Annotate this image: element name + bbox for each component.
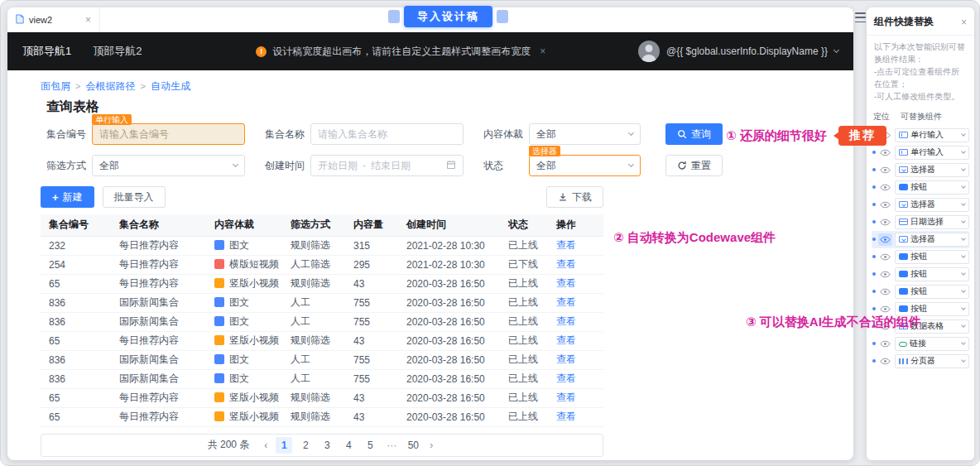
component-type-select[interactable]: 单行输入 [895, 128, 969, 142]
search-button[interactable]: 查询 [665, 123, 723, 145]
breadcrumb-item-3[interactable]: 自动生成 [151, 80, 190, 92]
tab-close-icon[interactable]: × [85, 14, 91, 26]
component-type-select[interactable]: 按钮 [895, 285, 969, 299]
badge-side-chip [497, 10, 508, 23]
genre-select[interactable]: 全部 [529, 123, 641, 145]
component-type-select[interactable]: 按钮 [895, 302, 969, 316]
query-form: 查询表格 单行输入 集合编号 集合名称 内容体裁 全部 [46, 98, 820, 176]
component-type-select[interactable]: 日期选择 [895, 215, 969, 229]
cell-amount: 43 [345, 407, 398, 426]
cell-collection-name: 每日推荐内容 [111, 407, 206, 426]
component-type-select[interactable]: 单行输入 [895, 146, 969, 160]
view-link[interactable]: 查看 [556, 258, 576, 270]
component-type-select[interactable]: 按钮 [895, 267, 969, 281]
table-row: 836国际新闻集合图文人工7552020-03-28 16:50已上线查看 [41, 369, 603, 388]
view-link[interactable]: 查看 [556, 353, 576, 365]
cell-action: 查看 [548, 331, 603, 350]
replaceable-component-item: 选择器 [872, 161, 969, 179]
page-number[interactable]: 1 [276, 437, 292, 454]
page-number[interactable]: 3 [319, 437, 335, 454]
query-form-row-2: 筛选方式 全部 创建时间 开始日期 - 结束日期 [46, 155, 820, 176]
component-type-select[interactable]: 分页器 [895, 354, 969, 368]
col-action: 操作 [548, 214, 603, 236]
component-type-select[interactable]: 按钮 [895, 250, 969, 264]
component-replace-panel: 组件快捷替换 × 以下为本次智能识别可替换组件结果： -点击可定位查看组件所在位… [867, 7, 974, 460]
bullet-dot [872, 255, 876, 258]
date-range-picker[interactable]: 开始日期 - 结束日期 [310, 155, 464, 176]
breadcrumb-separator: > [140, 81, 145, 91]
status-select[interactable]: 全部 [529, 155, 641, 176]
nav-item-2[interactable]: 顶部导航2 [93, 44, 142, 59]
locate-eye-icon[interactable] [878, 147, 892, 159]
user-menu[interactable]: @{{ $global.userInfo.DisplayName }} [638, 41, 838, 62]
locate-eye-icon[interactable] [878, 338, 892, 350]
tab-view2[interactable]: view2 × [7, 7, 100, 31]
download-button[interactable]: 下载 [546, 186, 603, 208]
locate-eye-icon[interactable] [878, 268, 892, 281]
component-type-select[interactable]: 链接 [895, 337, 969, 351]
annotation-1: ① 还原的细节很好 推荐 [726, 126, 886, 146]
cell-collection-id: 232 [41, 236, 111, 255]
cell-genre: 竖版小视频 [206, 407, 282, 426]
locate-eye-icon[interactable] [878, 251, 892, 263]
genre-icon [214, 373, 224, 383]
component-type-select[interactable]: 选择器 [895, 198, 969, 212]
cell-action: 查看 [548, 255, 603, 274]
locate-eye-icon[interactable] [878, 199, 892, 211]
chevron-down-icon [233, 161, 238, 167]
collection-name-input[interactable] [310, 123, 464, 145]
component-type-select[interactable]: 选择器 [895, 163, 969, 177]
component-type-select[interactable]: 按钮 [895, 180, 969, 195]
view-link[interactable]: 查看 [556, 296, 576, 308]
filter-method-select[interactable]: 全部 [92, 155, 245, 176]
batch-import-button[interactable]: 批量导入 [103, 186, 166, 208]
page-number[interactable]: 4 [340, 437, 357, 454]
component-type-select[interactable]: 选择器 [895, 233, 969, 247]
page-number[interactable]: 5 [362, 437, 378, 454]
header-replaceable-component: 可替换组件 [901, 111, 942, 123]
component-type-label: 选择器 [910, 233, 959, 245]
genre-icon [214, 297, 224, 307]
locate-eye-icon[interactable] [878, 181, 892, 194]
cell-collection-name: 国际新闻集合 [111, 293, 206, 312]
locate-eye-icon[interactable] [878, 164, 892, 176]
view-link[interactable]: 查看 [556, 334, 576, 346]
menu-icon[interactable] [855, 12, 866, 22]
annotation-1-text: ① 还原的细节很好 [726, 128, 827, 144]
warning-close-icon[interactable]: × [540, 46, 545, 57]
data-table: 集合编号 集合名称 内容体裁 筛选方式 内容量 创建时间 状态 操作 232每日… [41, 214, 603, 427]
breadcrumb-item-1[interactable]: 面包屑 [41, 80, 70, 92]
cell-genre: 横版短视频 [206, 255, 282, 274]
view-link[interactable]: 查看 [556, 392, 576, 403]
cell-action: 查看 [548, 350, 603, 369]
nav-item-1[interactable]: 顶部导航1 [22, 44, 71, 59]
breadcrumb-item-2[interactable]: 会根据路径 [85, 80, 135, 92]
locate-eye-icon[interactable] [878, 216, 892, 228]
locate-eye-icon[interactable] [878, 303, 892, 315]
locate-eye-icon[interactable] [878, 233, 892, 246]
view-link[interactable]: 查看 [556, 277, 576, 289]
reset-button[interactable]: 重置 [665, 155, 723, 176]
cell-status: 已下线 [500, 255, 548, 274]
view-link[interactable]: 查看 [556, 411, 576, 422]
view-link[interactable]: 查看 [556, 315, 576, 327]
component-type-label: 选择器 [910, 199, 959, 210]
view-link[interactable]: 查看 [556, 372, 576, 384]
annotation-3: ③ 可以替换AI生成不合适的组件 [746, 315, 921, 330]
cell-genre: 图文 [206, 293, 282, 312]
panel-close-icon[interactable]: × [961, 17, 967, 28]
prev-page-arrow[interactable]: ‹ [261, 440, 271, 451]
cell-action: 查看 [548, 388, 603, 407]
next-page-arrow[interactable]: › [426, 440, 436, 451]
collection-id-input[interactable] [92, 123, 245, 145]
genre-icon [214, 316, 224, 326]
page-number[interactable]: 50 [405, 437, 421, 454]
locate-eye-icon[interactable] [878, 355, 892, 368]
view-link[interactable]: 查看 [556, 239, 576, 251]
new-button[interactable]: + 新建 [41, 186, 94, 208]
cell-amount: 315 [345, 236, 398, 255]
locate-eye-icon[interactable] [878, 286, 892, 298]
cell-status: 已上线 [500, 407, 548, 426]
user-avatar-icon [638, 41, 660, 62]
page-number[interactable]: 2 [297, 437, 314, 454]
